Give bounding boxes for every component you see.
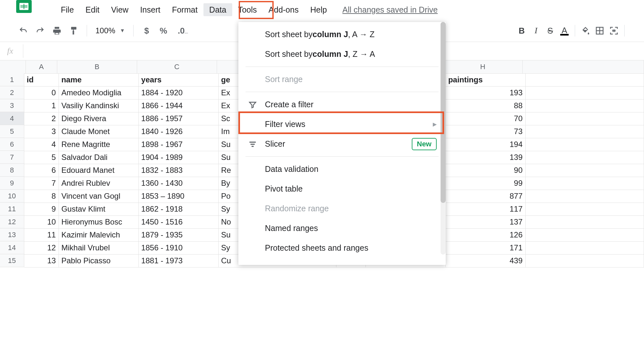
column-header-A[interactable]: A <box>26 60 57 74</box>
zoom-select[interactable]: 100%▼ <box>93 26 127 35</box>
cell-H9[interactable]: 99 <box>446 177 526 190</box>
cell-C15[interactable]: 1881 - 1973 <box>139 254 219 267</box>
cell-C7[interactable]: 1904 - 1989 <box>139 151 219 164</box>
named-ranges[interactable]: Named ranges <box>238 218 446 238</box>
cell-A4[interactable]: 2 <box>24 112 59 125</box>
row-header-4[interactable]: 4 <box>0 112 24 125</box>
format-currency-button[interactable]: $ <box>139 24 154 38</box>
cell-tail-3[interactable] <box>526 99 644 112</box>
cell-tail-11[interactable] <box>526 203 644 216</box>
cell-C4[interactable]: 1886 - 1957 <box>139 112 219 125</box>
cell-H1[interactable]: paintings <box>446 73 526 87</box>
cell-H11[interactable]: 117 <box>446 203 526 216</box>
row-header-6[interactable]: 6 <box>0 138 24 151</box>
cell-A10[interactable]: 8 <box>24 190 59 203</box>
strikethrough-button[interactable]: S <box>543 24 557 38</box>
cell-A14[interactable]: 12 <box>24 241 59 255</box>
cell-C8[interactable]: 1832 - 1883 <box>139 164 219 177</box>
cell-A12[interactable]: 10 <box>24 215 59 229</box>
text-color-button[interactable]: A <box>557 24 572 38</box>
cell-tail-5[interactable] <box>526 125 644 138</box>
redo-button[interactable] <box>33 24 47 38</box>
row-header-8[interactable]: 8 <box>0 164 24 177</box>
cell-A15[interactable]: 13 <box>24 254 59 267</box>
fill-color-button[interactable] <box>578 24 593 38</box>
cell-H13[interactable]: 126 <box>446 228 526 242</box>
cell-H15[interactable]: 439 <box>446 254 526 267</box>
menu-addons[interactable]: Add-ons <box>263 3 304 16</box>
cell-C14[interactable]: 1856 - 1910 <box>139 241 219 255</box>
cell-tail-9[interactable] <box>526 177 644 190</box>
cell-tail-6[interactable] <box>526 138 644 151</box>
italic-button[interactable]: I <box>529 24 543 38</box>
cell-H8[interactable]: 90 <box>446 164 526 177</box>
cell-H7[interactable]: 139 <box>446 151 526 164</box>
print-button[interactable] <box>50 24 64 38</box>
cell-H10[interactable]: 877 <box>446 190 526 203</box>
cell-C3[interactable]: 1866 - 1944 <box>139 99 219 112</box>
cell-B11[interactable]: Gustav Klimt <box>59 203 139 216</box>
cell-H2[interactable]: 193 <box>446 86 526 100</box>
cell-H14[interactable]: 171 <box>446 241 526 255</box>
cell-A1[interactable]: id <box>24 73 59 87</box>
cell-B1[interactable]: name <box>59 73 139 87</box>
cell-C12[interactable]: 1450 - 1516 <box>139 215 219 229</box>
cell-H4[interactable]: 70 <box>446 112 526 125</box>
row-header-13[interactable]: 13 <box>0 228 24 241</box>
cell-B15[interactable]: Pablo Picasso <box>59 254 139 267</box>
cell-A11[interactable]: 9 <box>24 203 59 216</box>
data-validation[interactable]: Data validation <box>238 159 446 179</box>
column-header-H[interactable]: H <box>443 60 523 74</box>
cell-A9[interactable]: 7 <box>24 177 59 190</box>
row-header-10[interactable]: 10 <box>0 190 24 203</box>
row-header-15[interactable]: 15 <box>0 254 24 267</box>
cell-B5[interactable]: Claude Monet <box>59 125 139 138</box>
cell-H5[interactable]: 73 <box>446 125 526 138</box>
cell-C11[interactable]: 1862 - 1918 <box>139 203 219 216</box>
cell-B6[interactable]: Rene Magritte <box>59 138 139 151</box>
menu-help[interactable]: Help <box>304 3 333 16</box>
merge-cells-button[interactable] <box>607 24 621 38</box>
row-header-12[interactable]: 12 <box>0 215 24 228</box>
row-header-7[interactable]: 7 <box>0 151 24 164</box>
cell-B10[interactable]: Vincent van Gogl <box>59 190 139 203</box>
filter-views[interactable]: Filter views ▶ <box>238 114 446 134</box>
menu-data[interactable]: Data <box>203 3 232 16</box>
cell-C6[interactable]: 1898 - 1967 <box>139 138 219 151</box>
cell-B9[interactable]: Andrei Rublev <box>59 177 139 190</box>
pivot-table[interactable]: Pivot table <box>238 179 446 199</box>
create-filter[interactable]: Create a filter <box>238 95 446 114</box>
borders-button[interactable] <box>593 24 607 38</box>
row-header-14[interactable]: 14 <box>0 241 24 254</box>
format-percent-button[interactable]: % <box>156 24 170 38</box>
cell-B14[interactable]: Mikhail Vrubel <box>59 241 139 255</box>
cell-tail-8[interactable] <box>526 164 644 177</box>
cell-B4[interactable]: Diego Rivera <box>59 112 139 125</box>
slicer[interactable]: Slicer New <box>238 134 446 154</box>
undo-button[interactable] <box>16 24 30 38</box>
cell-B7[interactable]: Salvador Dali <box>59 151 139 164</box>
cell-A8[interactable]: 6 <box>24 164 59 177</box>
saved-in-drive-link[interactable]: All changes saved in Drive <box>343 5 438 15</box>
cell-B8[interactable]: Edouard Manet <box>59 164 139 177</box>
cell-tail-14[interactable] <box>526 241 644 255</box>
menu-edit[interactable]: Edit <box>80 3 105 16</box>
cell-C2[interactable]: 1884 - 1920 <box>139 86 219 100</box>
column-header-edge[interactable] <box>523 60 644 74</box>
cell-H6[interactable]: 194 <box>446 138 526 151</box>
decrease-decimal-button[interactable]: .0_ <box>173 24 192 38</box>
cell-tail-7[interactable] <box>526 151 644 164</box>
bold-button[interactable]: B <box>515 24 529 38</box>
paint-format-button[interactable] <box>67 24 81 38</box>
sort-sheet-az[interactable]: Sort sheet by column J, A → Z <box>238 25 446 44</box>
column-header-B[interactable]: B <box>57 60 137 74</box>
cell-H3[interactable]: 88 <box>446 99 526 112</box>
menu-file[interactable]: File <box>55 3 80 16</box>
row-header-1[interactable]: 1 <box>0 73 24 86</box>
cell-A13[interactable]: 11 <box>24 228 59 242</box>
column-header-C[interactable]: C <box>137 60 217 74</box>
cell-B2[interactable]: Amedeo Modiglia <box>59 86 139 100</box>
row-header-2[interactable]: 2 <box>0 86 24 99</box>
cell-tail-2[interactable] <box>526 86 644 100</box>
row-header-11[interactable]: 11 <box>0 203 24 215</box>
